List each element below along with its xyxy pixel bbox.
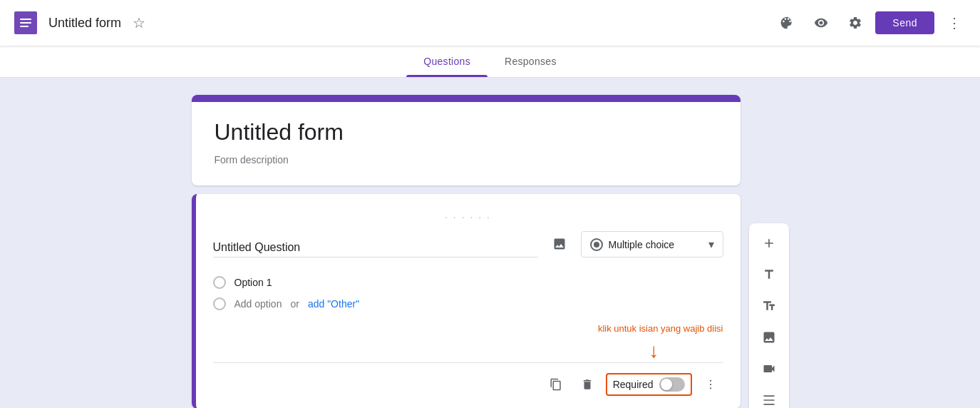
right-sidebar xyxy=(749,223,789,408)
header: Untitled form ☆ Send ⋮ xyxy=(0,0,980,46)
toggle-knob xyxy=(661,379,672,390)
send-button[interactable]: Send xyxy=(875,11,934,34)
app-icon[interactable] xyxy=(11,9,40,37)
delete-button[interactable] xyxy=(574,372,600,397)
question-card: · · · · · · Multiple choice ▾ xyxy=(192,194,741,408)
svg-rect-3 xyxy=(20,26,29,27)
form-main-title[interactable]: Untitled form xyxy=(215,119,718,146)
arrow-down-icon: ↓ xyxy=(649,340,659,362)
tab-questions[interactable]: Questions xyxy=(406,46,488,77)
tooltip-text: klik untuk isian yang wajib diisi xyxy=(598,323,723,334)
main-content: Untitled form Form description · · · · ·… xyxy=(0,78,980,408)
svg-point-4 xyxy=(709,380,711,382)
star-icon[interactable]: ☆ xyxy=(130,11,148,34)
add-text-button[interactable] xyxy=(755,292,783,320)
copy-button[interactable] xyxy=(543,372,569,397)
add-question-button[interactable] xyxy=(755,229,783,257)
add-other-link[interactable]: add "Other" xyxy=(308,298,359,310)
radio-icon xyxy=(590,238,603,251)
or-text: or xyxy=(290,298,299,310)
tab-responses[interactable]: Responses xyxy=(488,46,574,77)
form-description[interactable]: Form description xyxy=(215,154,718,165)
add-option-button[interactable]: Add option xyxy=(234,298,282,310)
drag-handle: · · · · · · xyxy=(213,211,723,223)
required-label: Required xyxy=(613,379,654,390)
question-row: Multiple choice ▾ xyxy=(213,231,723,257)
preview-button[interactable] xyxy=(807,9,835,37)
add-title-button[interactable] xyxy=(755,260,783,289)
add-section-button[interactable] xyxy=(755,386,783,408)
add-option-row: Add option or add "Other" xyxy=(213,293,723,315)
more-options-button[interactable]: ⋮ xyxy=(940,9,969,37)
card-toolbar: Required xyxy=(213,362,723,397)
add-image-icon[interactable] xyxy=(550,234,569,257)
option-row: Option 1 xyxy=(213,272,723,293)
palette-button[interactable] xyxy=(773,9,801,37)
svg-rect-2 xyxy=(20,22,31,24)
svg-point-5 xyxy=(709,384,711,385)
header-title: Untitled form xyxy=(48,16,121,31)
add-video-button[interactable] xyxy=(755,355,783,383)
option-radio xyxy=(213,276,226,289)
tabs-bar: Questions Responses xyxy=(0,46,980,78)
tooltip-area: klik untuk isian yang wajib diisi xyxy=(213,323,723,334)
svg-point-6 xyxy=(709,387,711,389)
option-text: Option 1 xyxy=(234,277,272,288)
add-image-button[interactable] xyxy=(755,323,783,352)
type-selector[interactable]: Multiple choice ▾ xyxy=(581,231,723,257)
question-input-wrap xyxy=(213,241,538,257)
question-input[interactable] xyxy=(213,241,538,254)
more-options-card-button[interactable] xyxy=(698,372,723,397)
annotation-wrap: klik untuk isian yang wajib diisi ↓ xyxy=(213,323,723,362)
header-actions: Send ⋮ xyxy=(773,9,969,37)
header-left: Untitled form ☆ xyxy=(11,9,773,37)
settings-button[interactable] xyxy=(841,9,870,37)
required-group: Required xyxy=(606,373,692,396)
form-area: Untitled form Form description · · · · ·… xyxy=(192,95,741,408)
required-toggle[interactable] xyxy=(659,377,685,392)
svg-rect-1 xyxy=(20,19,31,20)
form-title-card: Untitled form Form description xyxy=(192,95,741,185)
add-option-radio xyxy=(213,297,226,310)
chevron-down-icon: ▾ xyxy=(708,238,714,251)
type-label: Multiple choice xyxy=(609,239,703,250)
